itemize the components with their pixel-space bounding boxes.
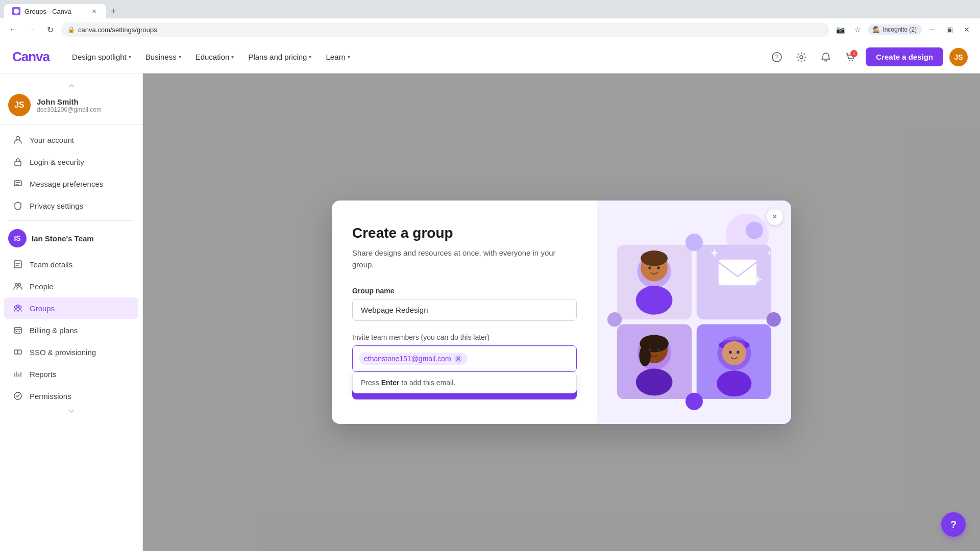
sidebar-user-info: John Smith doe301200@gmail.com [37, 97, 102, 113]
incognito-badge: 🕵 Incognito (2) [868, 24, 922, 35]
sidebar-item-billing-plans[interactable]: Billing & plans [4, 319, 138, 341]
svg-point-46 [722, 341, 746, 365]
chip-close-icon[interactable]: ✕ [454, 355, 462, 363]
nav-design-spotlight-label: Design spotlight [72, 53, 127, 61]
navbar-nav: Design spotlight ▾ Business ▾ Education … [66, 49, 768, 64]
nav-learn-label: Learn [326, 53, 345, 61]
nav-business[interactable]: Business ▾ [139, 49, 187, 64]
nav-plans-pricing-label: Plans and pricing [248, 53, 307, 61]
forward-button[interactable]: → [24, 22, 39, 37]
sidebar-email: doe301200@gmail.com [37, 106, 102, 113]
sidebar-item-login-security[interactable]: Login & security [4, 151, 138, 172]
navbar-actions: ? 1 Create a design JS [768, 47, 968, 66]
canva-logo[interactable]: Canva [12, 49, 50, 65]
incognito-icon: 🕵 [873, 26, 880, 33]
nav-design-spotlight[interactable]: Design spotlight ▾ [66, 49, 137, 64]
bookmark-icon[interactable]: ☆ [850, 22, 865, 37]
invite-hint-prefix: Press [361, 379, 381, 387]
sidebar-item-people[interactable]: People [4, 276, 138, 297]
help-icon-button[interactable]: ? [768, 48, 786, 66]
svg-rect-16 [14, 350, 18, 354]
sidebar-user-avatar: JS [8, 94, 31, 116]
modal-subtitle: Share designs and resources at once, wit… [352, 247, 577, 270]
address-bar[interactable]: 🔒 canva.com/settings/groups [61, 22, 829, 37]
reload-button[interactable]: ↻ [43, 22, 57, 37]
modal-title: Create a group [352, 225, 577, 241]
invite-input-wrapper[interactable]: ethanstone151@gmail.com ✕ [352, 345, 577, 372]
settings-icon-button[interactable] [792, 48, 811, 66]
svg-point-48 [737, 351, 740, 354]
group-name-label: Group name [352, 287, 577, 295]
chip-email: ethanstone151@gmail.com [364, 355, 451, 363]
navbar: Canva Design spotlight ▾ Business ▾ Educ… [0, 41, 980, 73]
create-design-button[interactable]: Create a design [866, 47, 943, 66]
sidebar-item-groups[interactable]: Groups [4, 297, 138, 319]
sidebar-item-people-label: People [30, 282, 54, 291]
team-name: Ian Stone's Team [32, 234, 94, 243]
svg-point-34 [657, 266, 660, 269]
sidebar-item-message-preferences[interactable]: Message preferences [4, 173, 138, 194]
content-area: Create a group Share designs and resourc… [143, 73, 980, 551]
cart-badge: 1 [850, 50, 857, 57]
sidebar-item-reports[interactable]: Reports [4, 363, 138, 385]
sidebar-team-header: IS Ian Stone's Team [0, 225, 142, 252]
scroll-up-indicator [0, 82, 142, 90]
minimize-button[interactable]: ─ [925, 22, 939, 37]
svg-point-3 [800, 56, 803, 59]
scroll-down-indicator [0, 407, 142, 415]
address-url: canva.com/settings/groups [78, 26, 157, 34]
group-name-input[interactable] [352, 299, 577, 321]
svg-point-10 [15, 284, 18, 286]
maximize-button[interactable]: ▣ [942, 22, 957, 37]
user-avatar[interactable]: JS [949, 48, 968, 66]
group-illustration [607, 211, 781, 414]
nav-education-label: Education [195, 53, 230, 61]
invite-hint-suffix: to add this email. [399, 379, 455, 387]
sidebar-item-privacy-settings-label: Privacy settings [30, 202, 83, 210]
browser-tab[interactable]: Groups - Canva ✕ [4, 4, 106, 18]
close-window-button[interactable]: ✕ [960, 22, 974, 37]
invite-email-input[interactable] [472, 355, 570, 363]
svg-point-0 [14, 9, 19, 14]
svg-point-42 [657, 348, 660, 352]
back-button[interactable]: ← [6, 22, 20, 37]
svg-point-27 [607, 312, 622, 327]
nav-education[interactable]: Education ▾ [189, 49, 240, 64]
sidebar-item-your-account[interactable]: Your account [4, 129, 138, 151]
svg-point-39 [639, 345, 651, 366]
modal-left: Create a group Share designs and resourc… [332, 201, 597, 424]
svg-point-11 [18, 284, 21, 286]
nav-learn[interactable]: Learn ▾ [320, 49, 356, 64]
cart-icon-button[interactable]: 1 [841, 48, 860, 66]
help-button[interactable]: ? [941, 512, 966, 537]
svg-point-20 [746, 221, 763, 239]
permissions-icon [12, 390, 23, 402]
message-icon [12, 178, 23, 189]
main-layout: JS John Smith doe301200@gmail.com Your a… [0, 73, 980, 551]
groups-icon [12, 303, 23, 314]
tab-close-icon[interactable]: ✕ [90, 7, 98, 15]
sidebar-item-groups-label: Groups [30, 304, 55, 313]
svg-point-40 [636, 369, 673, 396]
new-tab-button[interactable]: + [106, 4, 120, 18]
sidebar-username: John Smith [37, 97, 102, 106]
modal-right: × [597, 201, 791, 424]
svg-point-28 [767, 312, 781, 327]
svg-point-5 [852, 60, 853, 61]
nav-plans-pricing[interactable]: Plans and pricing ▾ [242, 49, 317, 64]
sidebar-item-privacy-settings[interactable]: Privacy settings [4, 195, 138, 216]
svg-point-49 [717, 370, 751, 396]
sidebar-divider [8, 220, 134, 221]
modal-close-button[interactable]: × [767, 209, 783, 225]
tab-favicon [12, 7, 20, 15]
svg-point-4 [849, 60, 850, 61]
sidebar-item-team-details[interactable]: Team details [4, 254, 138, 275]
sidebar-item-permissions[interactable]: Permissions [4, 385, 138, 407]
sidebar-item-sso-provisioning[interactable]: SSO & provisioning [4, 341, 138, 363]
notifications-icon-button[interactable] [817, 48, 835, 66]
billing-icon [12, 324, 23, 336]
svg-point-18 [14, 392, 21, 399]
svg-point-32 [636, 286, 673, 315]
chevron-down-icon: ▾ [231, 54, 234, 60]
team-avatar: IS [8, 229, 27, 247]
